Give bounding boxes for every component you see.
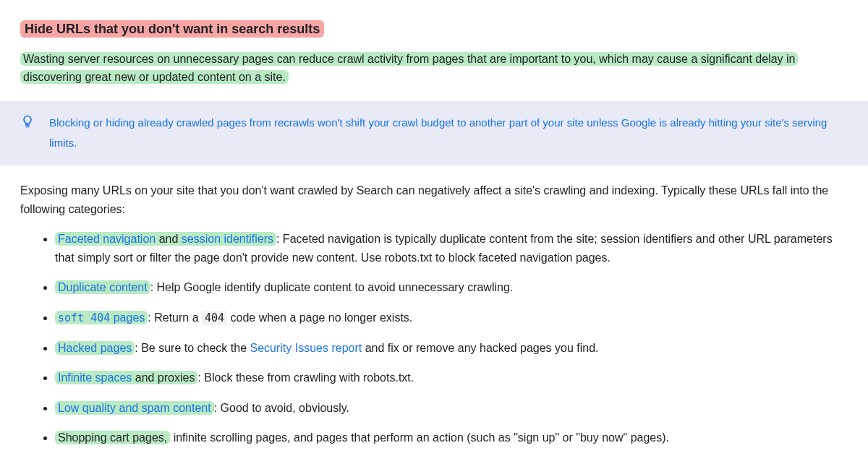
hl: Infinite spaces and proxies [55,371,197,384]
soft-404-link[interactable]: soft 404 pages [58,311,145,324]
hl: Duplicate content [55,280,150,294]
expose-intro: Exposing many URLs on your site that you… [20,181,854,218]
hl: Hacked pages [55,341,135,355]
tip-text: Blocking or hiding already crawled pages… [49,113,851,154]
security-issues-report-link[interactable]: Security Issues report [250,342,362,354]
heading-text: Hide URLs that you don't want in search … [20,20,324,38]
list-item-infinite: Infinite spaces and proxies: Block these… [55,369,854,387]
hl: Faceted navigation and session identifie… [55,232,276,246]
hl: Shopping cart pages, [55,431,170,444]
section-heading: Hide URLs that you don't want in search … [20,19,854,40]
infinite-spaces-link[interactable]: Infinite spaces [58,371,132,384]
faceted-navigation-link[interactable]: Faceted navigation [58,233,156,245]
list-item-duplicate: Duplicate content: Help Google identify … [55,278,854,297]
hacked-pages-link[interactable]: Hacked pages [58,342,132,354]
lightbulb-icon [20,114,35,134]
hl: Low quality and spam content [55,401,214,415]
list-item-soft404: soft 404 pages: Return a 404 code when a… [55,309,854,327]
duplicate-rest: : Help Google identify duplicate content… [150,281,514,293]
intro-text: Wasting server resources on unnecessary … [20,52,798,85]
list-item-cart: Shopping cart pages, infinite scrolling … [55,428,854,447]
tip-callout: Blocking or hiding already crawled pages… [0,101,868,165]
category-list: Faceted navigation and session identifie… [20,230,854,447]
code-404: 404 [202,311,227,325]
session-identifiers-link[interactable]: session identifiers [182,233,273,245]
low-quality-spam-link[interactable]: Low quality and spam content [58,402,211,414]
intro-paragraph: Wasting server resources on unnecessary … [20,50,854,87]
list-item-faceted: Faceted navigation and session identifie… [55,230,854,267]
duplicate-content-link[interactable]: Duplicate content [58,281,148,293]
hl: soft 404 pages [55,311,148,324]
list-item-lowquality: Low quality and spam content: Good to av… [55,399,854,418]
list-item-hacked: Hacked pages: Be sure to check the Secur… [55,339,854,358]
